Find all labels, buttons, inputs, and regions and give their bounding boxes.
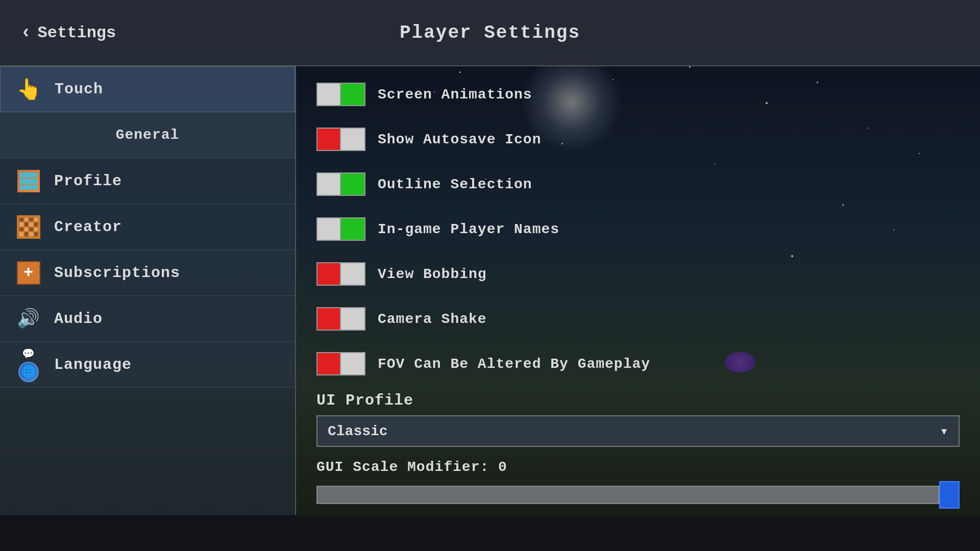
gui-scale-slider[interactable] — [316, 481, 960, 509]
audio-icon: 🔊 — [15, 306, 42, 332]
subscriptions-icon: + — [15, 260, 42, 286]
sidebar-label-creator: Creator — [54, 218, 122, 236]
touch-icon: 👆 — [16, 76, 42, 103]
page-title: Player Settings — [400, 22, 580, 43]
gui-scale-label: GUI Scale Modifier: 0 — [316, 459, 960, 475]
toggle-row-fov: FOV Can Be Altered By Gameplay — [316, 346, 960, 382]
toggle-left — [316, 128, 341, 151]
toggle-label-screen-animations: Screen Animations — [378, 87, 532, 103]
toggle-fov[interactable] — [316, 352, 368, 375]
sidebar-item-touch[interactable]: 👆 Touch — [0, 66, 295, 112]
toggle-label-autosave: Show Autosave Icon — [378, 132, 541, 147]
toggle-left — [316, 307, 341, 331]
sidebar-label-profile: Profile — [54, 172, 122, 190]
toggle-screen-animations[interactable] — [316, 83, 368, 106]
back-label: Settings — [38, 23, 116, 42]
language-icon: 💬 🌐 — [15, 352, 42, 378]
sidebar-item-general[interactable]: General — [0, 112, 295, 158]
toggle-left — [316, 352, 341, 375]
sidebar-label-touch: Touch — [55, 81, 103, 98]
ui-profile-section-label: UI Profile — [316, 392, 960, 409]
toggle-player-names[interactable] — [316, 217, 368, 241]
ui-profile-dropdown[interactable]: Classic ▾ — [316, 415, 960, 447]
toggle-right — [341, 307, 365, 331]
toggle-label-fov: FOV Can Be Altered By Gameplay — [378, 356, 650, 372]
toggle-right — [341, 262, 365, 286]
toggle-row-view-bobbing: View Bobbing — [316, 256, 960, 292]
slider-track — [316, 486, 939, 504]
sidebar: 👆 Touch General Profile — [0, 66, 296, 515]
toggle-left — [316, 172, 341, 196]
toggle-right — [341, 83, 365, 106]
sidebar-item-creator[interactable]: Creator — [0, 204, 295, 250]
back-arrow-icon: ‹ — [20, 22, 32, 43]
main-layout: 👆 Touch General Profile — [0, 66, 980, 515]
creator-icon — [15, 214, 42, 240]
toggle-right — [341, 217, 365, 241]
toggle-row-outline: Outline Selection — [316, 166, 960, 202]
toggle-autosave[interactable] — [316, 128, 368, 151]
profile-icon — [15, 168, 42, 194]
sidebar-item-audio[interactable]: 🔊 Audio — [0, 296, 295, 342]
toggle-right — [341, 172, 365, 196]
toggle-left — [316, 83, 341, 106]
chevron-down-icon: ▾ — [940, 422, 948, 440]
sidebar-item-profile[interactable]: Profile — [0, 158, 295, 204]
top-bar: ‹ Settings Player Settings — [0, 0, 980, 66]
toggle-outline[interactable] — [316, 172, 368, 196]
bottom-bar — [0, 515, 980, 551]
toggle-label-view-bobbing: View Bobbing — [378, 266, 487, 282]
sidebar-label-audio: Audio — [54, 310, 103, 328]
toggle-right — [341, 128, 365, 151]
sidebar-item-subscriptions[interactable]: + Subscriptions — [0, 250, 295, 296]
toggle-row-camera-shake: Camera Shake — [316, 301, 960, 337]
slider-thumb — [939, 481, 960, 509]
toggle-row-screen-animations: Screen Animations — [316, 77, 960, 112]
ui-profile-value: Classic — [328, 423, 940, 439]
toggle-left — [316, 217, 341, 241]
toggle-row-autosave: Show Autosave Icon — [316, 121, 960, 157]
toggle-label-player-names: In-game Player Names — [378, 221, 559, 237]
toggle-label-camera-shake: Camera Shake — [378, 311, 487, 327]
sidebar-label-subscriptions: Subscriptions — [54, 264, 180, 282]
toggle-row-player-names: In-game Player Names — [316, 211, 960, 247]
back-button[interactable]: ‹ Settings — [20, 22, 116, 43]
toggle-left — [316, 262, 341, 286]
toggle-camera-shake[interactable] — [316, 307, 368, 331]
content-area: Screen Animations Show Autosave Icon Out… — [296, 66, 980, 515]
sidebar-label-language: Language — [54, 356, 132, 373]
toggle-right — [341, 352, 365, 375]
sidebar-label-general: General — [116, 127, 180, 143]
toggle-view-bobbing[interactable] — [316, 262, 368, 286]
toggle-label-outline: Outline Selection — [378, 177, 532, 192]
sidebar-item-language[interactable]: 💬 🌐 Language — [0, 342, 295, 388]
